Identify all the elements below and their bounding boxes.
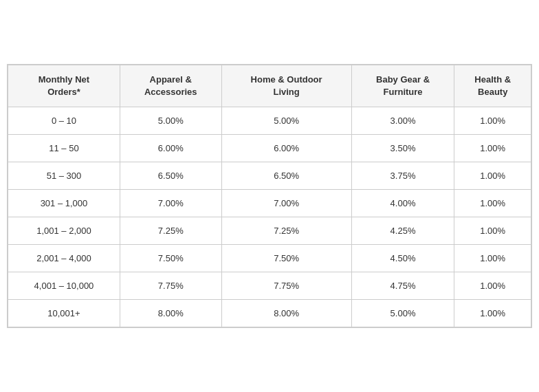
cell-1-baby: 3.50%	[351, 135, 454, 162]
cell-7-range: 10,001+	[8, 300, 120, 327]
col-header-baby: Baby Gear &Furniture	[351, 65, 454, 107]
cell-5-home: 7.50%	[221, 245, 351, 272]
cell-2-range: 51 – 300	[8, 162, 120, 190]
cell-3-baby: 4.00%	[351, 190, 454, 217]
cell-1-range: 11 – 50	[8, 135, 120, 162]
cell-5-apparel: 7.50%	[120, 245, 221, 272]
table-row: 10,001+8.00%8.00%5.00%1.00%	[8, 300, 531, 327]
col-header-health: Health &Beauty	[454, 65, 531, 107]
cell-7-apparel: 8.00%	[120, 300, 221, 327]
cell-5-baby: 4.50%	[351, 245, 454, 272]
cell-6-range: 4,001 – 10,000	[8, 272, 120, 300]
col-header-home: Home & OutdoorLiving	[221, 65, 351, 107]
cell-2-baby: 3.75%	[351, 162, 454, 190]
cell-3-apparel: 7.00%	[120, 190, 221, 217]
cell-2-apparel: 6.50%	[120, 162, 221, 190]
cell-0-range: 0 – 10	[8, 107, 120, 135]
cell-2-home: 6.50%	[221, 162, 351, 190]
table-row: 1,001 – 2,0007.25%7.25%4.25%1.00%	[8, 217, 531, 245]
cell-5-range: 2,001 – 4,000	[8, 245, 120, 272]
cell-0-baby: 3.00%	[351, 107, 454, 135]
cell-0-health: 1.00%	[454, 107, 531, 135]
table-row: 51 – 3006.50%6.50%3.75%1.00%	[8, 162, 531, 190]
cell-0-apparel: 5.00%	[120, 107, 221, 135]
cell-6-health: 1.00%	[454, 272, 531, 300]
cell-1-apparel: 6.00%	[120, 135, 221, 162]
table-row: 301 – 1,0007.00%7.00%4.00%1.00%	[8, 190, 531, 217]
cell-5-health: 1.00%	[454, 245, 531, 272]
cell-6-baby: 4.75%	[351, 272, 454, 300]
cell-7-health: 1.00%	[454, 300, 531, 327]
cell-3-health: 1.00%	[454, 190, 531, 217]
cell-1-home: 6.00%	[221, 135, 351, 162]
table-header-row: Monthly NetOrders* Apparel &Accessories …	[8, 65, 531, 107]
table-row: 0 – 105.00%5.00%3.00%1.00%	[8, 107, 531, 135]
cell-7-home: 8.00%	[221, 300, 351, 327]
commission-table-container: Monthly NetOrders* Apparel &Accessories …	[7, 64, 532, 328]
cell-0-home: 5.00%	[221, 107, 351, 135]
cell-4-baby: 4.25%	[351, 217, 454, 245]
table-row: 11 – 506.00%6.00%3.50%1.00%	[8, 135, 531, 162]
cell-2-health: 1.00%	[454, 162, 531, 190]
cell-4-health: 1.00%	[454, 217, 531, 245]
cell-6-home: 7.75%	[221, 272, 351, 300]
table-body: 0 – 105.00%5.00%3.00%1.00%11 – 506.00%6.…	[8, 107, 531, 327]
col-header-orders: Monthly NetOrders*	[8, 65, 120, 107]
cell-7-baby: 5.00%	[351, 300, 454, 327]
table-row: 2,001 – 4,0007.50%7.50%4.50%1.00%	[8, 245, 531, 272]
commission-table: Monthly NetOrders* Apparel &Accessories …	[8, 65, 531, 327]
cell-1-health: 1.00%	[454, 135, 531, 162]
cell-4-apparel: 7.25%	[120, 217, 221, 245]
cell-6-apparel: 7.75%	[120, 272, 221, 300]
cell-3-range: 301 – 1,000	[8, 190, 120, 217]
cell-4-range: 1,001 – 2,000	[8, 217, 120, 245]
cell-3-home: 7.00%	[221, 190, 351, 217]
cell-4-home: 7.25%	[221, 217, 351, 245]
col-header-apparel: Apparel &Accessories	[120, 65, 221, 107]
table-row: 4,001 – 10,0007.75%7.75%4.75%1.00%	[8, 272, 531, 300]
